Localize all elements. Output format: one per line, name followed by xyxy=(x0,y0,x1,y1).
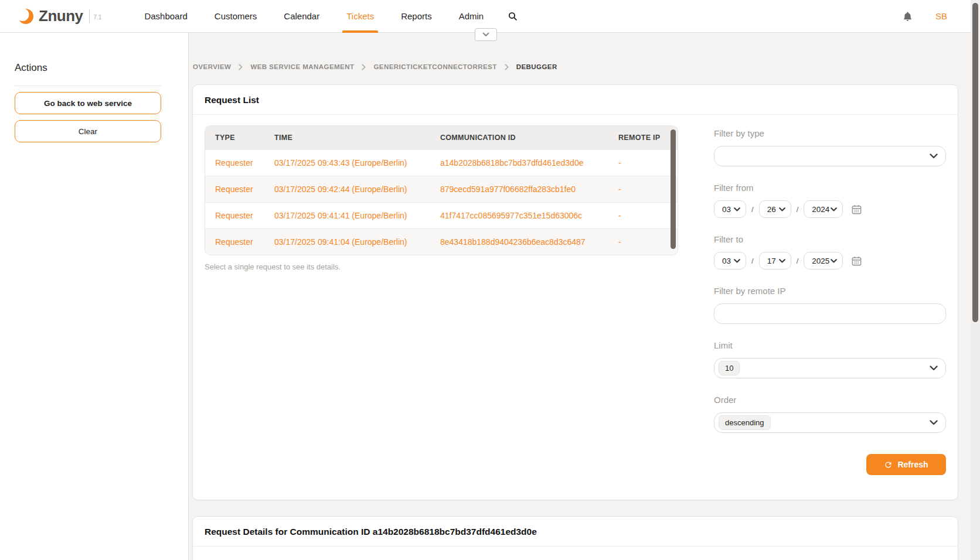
table-scrollbar-thumb[interactable] xyxy=(671,129,676,249)
table-row[interactable]: Requester 03/17/2025 09:43:43 (Europe/Be… xyxy=(205,149,678,176)
limit-selected-value: 10 xyxy=(719,361,740,375)
table-row[interactable]: Requester 03/17/2025 09:41:41 (Europe/Be… xyxy=(205,202,678,228)
header-right-area: SB xyxy=(902,11,962,22)
to-month-select[interactable]: 03 xyxy=(714,252,746,269)
chevron-down-icon xyxy=(482,32,489,37)
table-hint-text: Select a single request to see its detai… xyxy=(205,262,678,271)
refresh-label: Refresh xyxy=(897,460,928,469)
order-select[interactable]: descending xyxy=(714,412,946,433)
znuny-logo-icon xyxy=(16,8,35,25)
calendar-icon xyxy=(851,204,862,215)
filter-to-date-row: 03 / 17 / 2025 xyxy=(714,252,946,269)
widget-title: Request List xyxy=(193,85,958,115)
chevron-down-icon xyxy=(831,207,837,211)
chevron-right-icon xyxy=(362,64,366,70)
to-year-select[interactable]: 2025 xyxy=(804,252,843,269)
chevron-down-icon xyxy=(831,259,837,263)
table-header-row: TYPE TIME COMMUNICATION ID REMOTE IP xyxy=(205,126,678,149)
nav-item-tickets[interactable]: Tickets xyxy=(333,0,387,33)
nav-item-calendar[interactable]: Calendar xyxy=(270,0,333,33)
filter-by-type-label: Filter by type xyxy=(714,128,946,138)
calendar-icon xyxy=(851,255,862,267)
from-month-select[interactable]: 03 xyxy=(714,200,746,218)
search-icon xyxy=(508,11,518,21)
window-scrollbar-track[interactable] xyxy=(971,0,980,560)
table-row[interactable]: Requester 03/17/2025 09:41:04 (Europe/Be… xyxy=(205,228,678,255)
chevron-down-icon xyxy=(930,153,938,159)
chevron-down-icon xyxy=(779,207,785,211)
nav-item-reports[interactable]: Reports xyxy=(387,0,445,33)
refresh-button[interactable]: Refresh xyxy=(866,454,946,475)
column-header-type: TYPE xyxy=(205,134,274,142)
filter-by-remote-ip-label: Filter by remote IP xyxy=(714,286,946,296)
breadcrumb-web-service-management[interactable]: WEB SERVICE MANAGEMENT xyxy=(250,63,354,70)
limit-label: Limit xyxy=(714,340,946,350)
column-header-communication-id: COMMUNICATION ID xyxy=(440,134,618,142)
nav-item-customers[interactable]: Customers xyxy=(201,0,271,33)
request-list-area: TYPE TIME COMMUNICATION ID REMOTE IP Req… xyxy=(205,125,678,475)
window-scrollbar-thumb[interactable] xyxy=(972,3,978,322)
request-details-title: Request Details for Communication ID a14… xyxy=(193,517,958,547)
chevron-right-icon xyxy=(505,64,509,70)
main-content: OVERVIEW WEB SERVICE MANAGEMENT GENERICT… xyxy=(189,33,971,560)
breadcrumb-debugger: DEBUGGER xyxy=(516,63,557,70)
breadcrumb-overview[interactable]: OVERVIEW xyxy=(193,63,231,70)
filter-from-label: Filter from xyxy=(714,183,946,193)
breadcrumb: OVERVIEW WEB SERVICE MANAGEMENT GENERICT… xyxy=(192,63,971,70)
column-header-time: TIME xyxy=(274,134,440,142)
chevron-down-icon xyxy=(930,366,938,371)
sidebar-title: Actions xyxy=(15,62,161,86)
limit-select[interactable]: 10 xyxy=(714,358,946,378)
request-list-widget: Request List TYPE TIME COMMUNICATION ID … xyxy=(192,84,958,500)
from-date-picker-button[interactable] xyxy=(851,204,862,215)
refresh-icon xyxy=(884,460,893,469)
user-avatar-initials[interactable]: SB xyxy=(935,11,947,21)
znuny-logo: Znuny 7.1 xyxy=(16,7,101,25)
go-back-to-web-service-button[interactable]: Go back to web service xyxy=(15,92,161,114)
clear-button[interactable]: Clear xyxy=(15,120,161,142)
table-row[interactable]: Requester 03/17/2025 09:42:44 (Europe/Be… xyxy=(205,176,678,202)
from-day-select[interactable]: 26 xyxy=(759,200,791,218)
notifications-bell-icon[interactable] xyxy=(902,11,913,22)
filter-to-label: Filter to xyxy=(714,234,946,244)
filter-by-type-select[interactable] xyxy=(714,146,946,166)
chevron-right-icon xyxy=(239,64,243,70)
chevron-down-icon xyxy=(734,207,740,211)
column-header-remote-ip: REMOTE IP xyxy=(618,134,678,142)
order-selected-value: descending xyxy=(719,415,771,430)
to-day-select[interactable]: 17 xyxy=(759,252,791,269)
breadcrumb-connector[interactable]: GENERICTICKETCONNECTORREST xyxy=(373,63,496,70)
request-table: TYPE TIME COMMUNICATION ID REMOTE IP Req… xyxy=(205,125,678,255)
logo-divider xyxy=(89,9,90,23)
chevron-down-icon xyxy=(930,420,938,425)
filters-panel: Filter by type Filter from 03 / 26 xyxy=(714,125,946,475)
request-details-widget: Request Details for Communication ID a14… xyxy=(192,516,958,560)
nav-item-dashboard[interactable]: Dashboard xyxy=(131,0,200,33)
remote-ip-input[interactable] xyxy=(714,303,946,324)
version-label: 7.1 xyxy=(94,14,102,21)
main-nav: Dashboard Customers Calendar Tickets Rep… xyxy=(131,0,528,33)
filter-from-date-row: 03 / 26 / 2024 xyxy=(714,200,946,218)
actions-sidebar: Actions Go back to web service Clear xyxy=(0,33,189,560)
chevron-down-icon xyxy=(734,259,740,263)
to-date-picker-button[interactable] xyxy=(851,255,862,267)
chevron-down-icon xyxy=(779,259,785,263)
toolbar-toggle-button[interactable] xyxy=(475,28,497,41)
brand-name: Znuny xyxy=(39,7,83,25)
order-label: Order xyxy=(714,395,946,405)
from-year-select[interactable]: 2024 xyxy=(804,200,843,218)
search-button[interactable] xyxy=(497,0,528,33)
